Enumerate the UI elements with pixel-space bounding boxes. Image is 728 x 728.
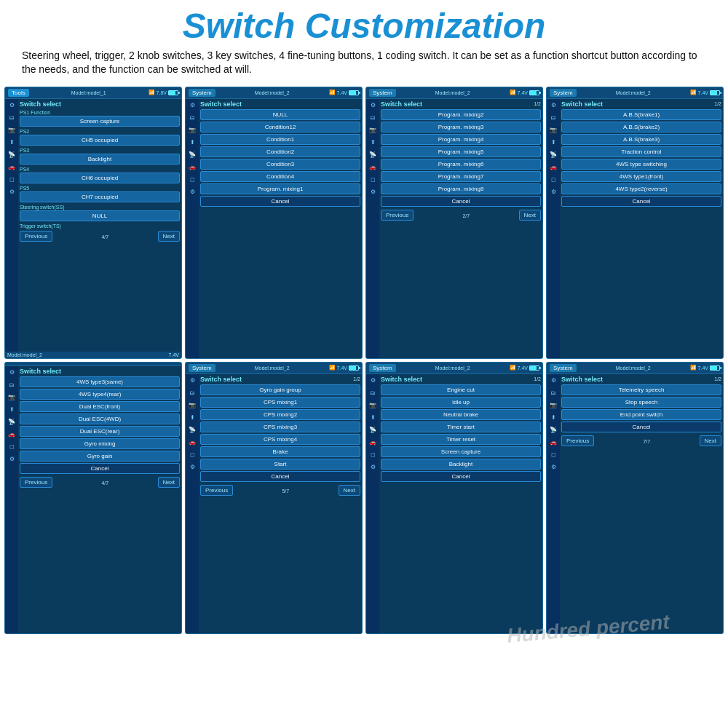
switch-item[interactable]: CH7 occupied	[20, 191, 180, 202]
settings-icon[interactable]: ⚙	[7, 368, 17, 378]
switch-item[interactable]: Gyro gain group	[200, 384, 360, 395]
cancel-button[interactable]: Cancel	[200, 471, 360, 482]
settings2-icon[interactable]: ⚙	[187, 187, 197, 197]
car-icon[interactable]: 🚗	[548, 162, 558, 173]
menu-icon[interactable]: ◻	[368, 175, 378, 185]
car-icon[interactable]: 🚗	[368, 438, 378, 448]
cancel-button[interactable]: Cancel	[561, 196, 721, 207]
switch-item[interactable]: Program. mixing5	[381, 146, 541, 157]
settings2-icon[interactable]: ⚙	[187, 462, 197, 472]
signal-icon[interactable]: 📡	[7, 150, 17, 160]
switch-item[interactable]: Telemetry speech	[561, 384, 721, 395]
cancel-button[interactable]: Cancel	[381, 471, 541, 482]
prev-button[interactable]: Previous	[20, 477, 52, 488]
settings2-icon[interactable]: ⚙	[548, 462, 558, 472]
menu-icon[interactable]: ◻	[7, 442, 17, 452]
upload-icon[interactable]: ⬆	[548, 138, 558, 148]
switch-item[interactable]: CH6 occupied	[20, 173, 180, 183]
signal-icon[interactable]: 📡	[548, 425, 558, 435]
tools-icon[interactable]: 🗂	[368, 113, 378, 123]
switch-item[interactable]: Program. mixing8	[381, 183, 541, 194]
settings-icon[interactable]: ⚙	[368, 376, 378, 386]
switch-item[interactable]: Screen capture	[381, 446, 541, 457]
switch-item[interactable]: Engine cut	[381, 384, 541, 395]
signal-icon[interactable]: 📡	[368, 425, 378, 435]
switch-item[interactable]: 4WS type switching	[561, 159, 721, 170]
upload-icon[interactable]: ⬆	[7, 138, 17, 148]
next-button[interactable]: Next	[700, 435, 721, 446]
camera-icon[interactable]: 📷	[187, 125, 197, 135]
settings2-icon[interactable]: ⚙	[7, 454, 17, 464]
cancel-button[interactable]: Cancel	[200, 196, 360, 207]
tools-icon[interactable]: 🗂	[7, 113, 17, 123]
signal-icon[interactable]: 📡	[368, 150, 378, 160]
upload-icon[interactable]: ⬆	[187, 413, 197, 423]
prev-button[interactable]: Previous	[381, 210, 414, 221]
tools-icon[interactable]: 🗂	[187, 388, 197, 398]
cancel-button[interactable]: Cancel	[381, 196, 541, 207]
switch-item[interactable]: NULL	[200, 109, 360, 120]
settings2-icon[interactable]: ⚙	[368, 187, 378, 197]
switch-item[interactable]: Condition3	[200, 159, 360, 170]
settings2-icon[interactable]: ⚙	[548, 187, 558, 197]
switch-item[interactable]: Condition4	[200, 171, 360, 182]
switch-item[interactable]: Brake	[200, 446, 360, 457]
car-icon[interactable]: 🚗	[368, 162, 378, 173]
switch-item[interactable]: NULL	[20, 210, 180, 221]
car-icon[interactable]: 🚗	[7, 162, 17, 173]
tab-label[interactable]: System	[369, 364, 396, 372]
switch-item[interactable]: Backlight	[20, 154, 180, 165]
switch-item[interactable]: A.B.S(brake2)	[561, 122, 721, 132]
switch-item[interactable]: Gyro gain	[20, 451, 180, 462]
switch-item[interactable]: Timer reset	[381, 434, 541, 445]
camera-icon[interactable]: 📷	[548, 125, 558, 135]
tools-icon[interactable]: 🗂	[187, 113, 197, 123]
switch-item[interactable]: Timer start	[381, 422, 541, 432]
menu-icon[interactable]: ◻	[187, 450, 197, 460]
switch-item[interactable]: Traction control	[561, 146, 721, 157]
switch-item[interactable]: Dual ESC(4WD)	[20, 414, 180, 424]
car-icon[interactable]: 🚗	[7, 430, 17, 440]
tools-icon[interactable]: 🗂	[368, 388, 378, 398]
switch-item[interactable]: Program. mixing7	[381, 171, 541, 182]
switch-item[interactable]: 4WS type4(rear)	[20, 389, 180, 400]
menu-icon[interactable]: ◻	[548, 450, 558, 460]
camera-icon[interactable]: 📷	[548, 400, 558, 411]
switch-item[interactable]: CPS mixing2	[200, 409, 360, 420]
switch-item[interactable]: Program. mixing3	[381, 122, 541, 132]
next-button[interactable]: Next	[158, 477, 180, 488]
switch-item[interactable]: 4WS type3(same)	[20, 376, 180, 387]
tools-icon[interactable]: 🗂	[7, 380, 17, 390]
switch-item[interactable]: Condition2	[200, 146, 360, 157]
prev-button[interactable]: Previous	[20, 231, 52, 242]
switch-item[interactable]: CPS mixing3	[200, 422, 360, 432]
upload-icon[interactable]: ⬆	[7, 405, 17, 415]
upload-icon[interactable]: ⬆	[187, 138, 197, 148]
settings2-icon[interactable]: ⚙	[7, 187, 17, 197]
settings-icon[interactable]: ⚙	[368, 100, 378, 111]
cancel-button[interactable]: Cancel	[561, 422, 721, 432]
switch-item[interactable]: Program. mixing6	[381, 159, 541, 170]
upload-icon[interactable]: ⬆	[368, 138, 378, 148]
switch-item[interactable]: Dual ESC(rear)	[20, 426, 180, 437]
signal-icon[interactable]: 📡	[7, 417, 17, 427]
cancel-button[interactable]: Cancel	[20, 463, 180, 474]
tools-icon[interactable]: 🗂	[548, 113, 558, 123]
switch-item[interactable]: Dual ESC(front)	[20, 401, 180, 412]
switch-item[interactable]: 4WS type2(reverse)	[561, 183, 721, 194]
switch-item[interactable]: End point switch	[561, 409, 721, 420]
switch-item[interactable]: Neutral brake	[381, 409, 541, 420]
switch-item[interactable]: Backlight	[381, 459, 541, 470]
settings-icon[interactable]: ⚙	[548, 376, 558, 386]
menu-icon[interactable]: ◻	[368, 450, 378, 460]
tab-label[interactable]: System	[369, 89, 396, 97]
settings2-icon[interactable]: ⚙	[368, 462, 378, 472]
upload-icon[interactable]: ⬆	[548, 413, 558, 423]
switch-item[interactable]: CH5 occupied	[20, 135, 180, 146]
switch-item[interactable]: A.B.S(brake3)	[561, 134, 721, 145]
tab-label[interactable]: Tools	[8, 89, 29, 97]
switch-item[interactable]: Gyro mixing	[20, 438, 180, 449]
settings-icon[interactable]: ⚙	[548, 100, 558, 111]
next-button[interactable]: Next	[158, 231, 180, 242]
settings-icon[interactable]: ⚙	[187, 100, 197, 111]
